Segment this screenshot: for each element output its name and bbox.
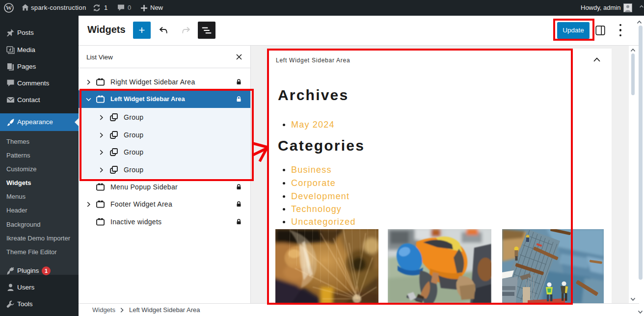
svg-text:W: W: [6, 4, 12, 11]
